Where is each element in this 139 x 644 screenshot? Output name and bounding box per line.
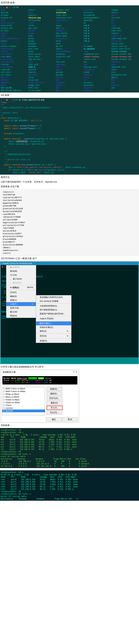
scheme-item[interactable]: ☐Pastel on Black: [2, 398, 45, 401]
ls-entry: cron.daily: [1, 53, 28, 56]
color-scheme-dialog: 选择配色方案? ✕ Normal Bold Underline Inversed…: [1, 370, 79, 423]
ls-entry: rc4.d: [83, 35, 111, 37]
scheme-item[interactable]: ☐White on Black: [2, 393, 45, 396]
ls-entry: xdg: [111, 82, 138, 84]
ls-entry: plymouth: [56, 82, 83, 84]
ls-entry: system-release.cpe: [111, 56, 138, 58]
ls-entry: krb5.conf: [28, 86, 56, 89]
ls-entry: fonts: [28, 22, 56, 24]
export-button[interactable]: 导出(O)...: [47, 410, 62, 414]
ls-entry: iproute2: [28, 74, 56, 76]
ls-entry: exim: [28, 11, 56, 14]
scheme-item[interactable]: ☐mycolor: [2, 407, 45, 410]
scheme-preview: Normal Bold Underline Inversed ▮▮▮▮▮ cur…: [3, 376, 77, 384]
ls-entry: sasl2: [83, 76, 111, 79]
ls-entry: logrotate.conf: [56, 16, 83, 19]
ls-entry: wgetrc: [111, 76, 138, 79]
config-line: yellow(bold)=ffff00: [3, 224, 136, 227]
system-menu[interactable]: ▣ 还原(R) 移动(M) 大小(S) _ 最小化(N) □ 最大化(X) ✕ …: [6, 265, 36, 318]
ls-entry: kdump.conf: [28, 84, 56, 86]
ls-entry: udev: [111, 63, 138, 66]
ls-entry: rdma: [83, 50, 111, 53]
ls-entry: rwtab: [83, 71, 111, 74]
ls-entry: cron.hourly: [1, 58, 28, 60]
ls-entry: ssh: [111, 19, 138, 22]
ls-entry: pki: [56, 79, 83, 82]
ls-entry: system-release-cpe: [111, 58, 138, 60]
config-line: name0=skycolor: [3, 249, 136, 252]
ls-entry: quotatab: [83, 19, 111, 22]
ls-entry: fstab: [28, 24, 56, 27]
scheme-item[interactable]: ☐XTerm: [2, 404, 45, 407]
ls-entry: quotagrpadmins: [83, 16, 111, 19]
ls-entry: DIR_COLORS: [1, 86, 28, 89]
scheme-item[interactable]: ☐Black on White: [2, 396, 45, 398]
ls-entry: lvm: [56, 22, 83, 24]
config-line: cyan(bold)=00ffff: [3, 196, 136, 199]
ls-entry: rc1.d: [83, 27, 111, 30]
edit-button[interactable]: 编辑(E)...: [47, 392, 62, 396]
ls-entry: rsyslog.d: [83, 68, 111, 71]
tools-menu-item[interactable]: 工具(T)▸: [6, 302, 36, 306]
ls-entry: logrotate.d: [56, 19, 83, 22]
config-line: [Names]: [3, 246, 136, 249]
scheme-item[interactable]: ☐ANSI Colors on White: [2, 390, 45, 393]
cancel-button[interactable]: 取消: [62, 418, 78, 421]
import-button[interactable]: 导入(I)...: [47, 406, 63, 410]
config-line: green(bold)=3c5a38: [3, 207, 136, 210]
color-scheme-item[interactable]: 配色方案(C)...: [36, 322, 71, 325]
step1: 1)把下面代码保存到一个文件里，文件名为：skycolor.xcs: [0, 180, 139, 184]
scheme-item[interactable]: ☐Pastel on White: [2, 401, 45, 404]
ls-entry: [111, 89, 138, 92]
ls-entry: default: [1, 79, 28, 82]
ls-entry: hosts: [28, 50, 56, 53]
ls-entry: passwd: [56, 71, 83, 74]
ls-entry: rc.local: [83, 45, 111, 48]
ls-entry: aliases.db: [1, 16, 28, 19]
ls-entry: screenrc: [83, 82, 111, 84]
xshell-window: • Xshell 5 (Free for Home/School) 1 lib]…: [0, 261, 139, 364]
scheme-list[interactable]: ☐ANSI Colors on Black☐ANSI Colors on Whi…: [2, 387, 45, 415]
scheme-item[interactable]: ☑skycolor: [2, 410, 45, 412]
ls-entry: libuser.conf: [56, 9, 83, 11]
ls-entry: ntp: [56, 58, 83, 60]
ls-entry: at.deny: [1, 30, 28, 32]
ls-entry: securetty: [83, 84, 111, 86]
delete-button[interactable]: 删除(D): [47, 401, 62, 405]
ls-entry: ntp.conf: [56, 60, 83, 63]
ls-entry: blkid: [1, 42, 28, 45]
ls-entry: hosts.allow: [28, 53, 56, 56]
ls-entry: man_config: [56, 32, 83, 35]
config-line: text(bold)=e9e9e9: [3, 199, 136, 202]
ls-entry: gshadow-: [28, 45, 56, 48]
download-link[interactable]: 或者直接 点击下载: [0, 185, 139, 188]
ls-entry: exports: [28, 14, 56, 16]
ls-entry: host.conf: [28, 48, 56, 50]
ls-entry: rc0.d: [83, 24, 111, 27]
ls-entry: depmod.d: [1, 82, 28, 84]
ls-terminal: [root@SKY ~]# ls acpietherslibuser.confp…: [0, 6, 139, 92]
config-line: blue=00bfff: [3, 240, 136, 244]
ls-entry: cron.deny: [1, 56, 28, 58]
actual-terminal-1: root@localhost ~]# root@localhost ~]# w …: [0, 428, 139, 468]
ls-entry: favicon.png: [28, 16, 56, 19]
ls-entry: passwd-: [56, 74, 83, 76]
tools-submenu[interactable]: 发送键输入到所有会话(K) Sun (Solaris) 快捷键 主机密钥管理者(…: [36, 295, 71, 343]
ls-entry: rc6.d: [83, 40, 111, 42]
ls-entry: redhat-release: [83, 56, 111, 58]
ls-entry: mtab: [56, 42, 83, 45]
scheme-item[interactable]: ☐ANSI Colors on Black: [2, 387, 45, 390]
saveas-button[interactable]: 另存为(S)...: [47, 396, 62, 400]
new-button[interactable]: 新建(N)...: [47, 387, 62, 391]
ls-entry: anacrontab: [1, 24, 28, 27]
ok-button[interactable]: 确定: [46, 418, 62, 421]
ls-entry: rpc: [83, 60, 111, 63]
prompt-ls: [root@SKY ~]# ls: [1, 6, 138, 9]
ls-entry: gnupg: [28, 32, 56, 35]
section-ls: 目录列表 效果: [0, 1, 139, 5]
ls-entry: rc3.d: [83, 32, 111, 35]
ls-entry: group: [28, 37, 56, 40]
ls-entry: yum: [111, 86, 138, 89]
section-vim: vim 效果: [0, 93, 139, 97]
dialog-title: 选择配色方案? ✕: [1, 370, 79, 375]
